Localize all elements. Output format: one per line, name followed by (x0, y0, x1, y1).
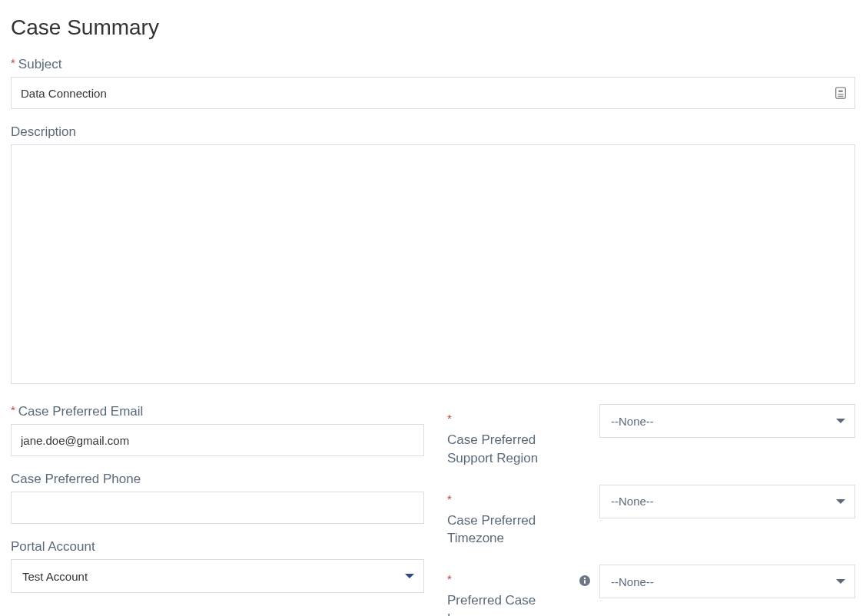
subject-input[interactable] (11, 77, 855, 109)
phone-label-text: Case Preferred Phone (11, 472, 141, 487)
subject-label-text: Subject (18, 57, 62, 72)
email-field: * Case Preferred Email (11, 404, 424, 456)
chevron-down-icon (836, 579, 845, 584)
language-select[interactable]: --None-- (599, 565, 855, 598)
language-label: * Preferred Case Language (447, 572, 570, 616)
chevron-down-icon (836, 499, 845, 504)
support-region-field: * Case Preferred Support Region --None-- (447, 404, 855, 468)
left-column: * Case Preferred Email Case Preferred Ph… (11, 404, 424, 616)
info-slot-empty (578, 494, 592, 508)
support-region-select-wrapper: --None-- (599, 404, 855, 438)
info-slot-empty (578, 413, 592, 427)
portal-account-label-text: Portal Account (11, 539, 95, 555)
lower-fields-grid: * Case Preferred Email Case Preferred Ph… (11, 404, 855, 616)
phone-field: Case Preferred Phone (11, 472, 424, 524)
support-region-label: * Case Preferred Support Region (447, 412, 570, 468)
timezone-select[interactable]: --None-- (599, 485, 855, 518)
support-region-select[interactable]: --None-- (599, 404, 855, 438)
language-field: * Preferred Case Language --None-- (447, 565, 855, 616)
timezone-select-wrapper: --None-- (599, 485, 855, 518)
description-textarea[interactable] (11, 144, 855, 384)
required-asterisk: * (447, 410, 452, 426)
required-asterisk: * (11, 56, 15, 69)
description-label-text: Description (11, 124, 76, 140)
timezone-label: * Case Preferred Timezone (447, 492, 570, 548)
svg-point-5 (584, 578, 586, 579)
page-title: Case Summary (11, 15, 855, 40)
language-select-wrapper: --None-- (599, 565, 855, 598)
timezone-field: * Case Preferred Timezone --None-- (447, 485, 855, 548)
portal-account-select[interactable]: Test Account (11, 559, 424, 593)
subject-label: * Subject (11, 57, 855, 72)
portal-account-select-wrapper: Test Account (11, 559, 424, 593)
email-label: * Case Preferred Email (11, 404, 424, 419)
required-asterisk: * (447, 571, 452, 587)
portal-account-selected-value: Test Account (22, 570, 88, 583)
phone-input[interactable] (11, 492, 424, 524)
subject-input-wrapper (11, 77, 855, 109)
svg-rect-1 (838, 90, 842, 92)
subject-field: * Subject (11, 57, 855, 109)
description-label: Description (11, 124, 855, 140)
email-label-text: Case Preferred Email (18, 404, 144, 419)
support-region-selected-value: --None-- (611, 415, 654, 428)
support-region-label-text: Case Preferred Support Region (447, 431, 570, 468)
svg-rect-6 (584, 580, 586, 584)
required-asterisk: * (11, 403, 15, 416)
phone-label: Case Preferred Phone (11, 472, 424, 487)
portal-account-field: Portal Account Test Account (11, 539, 424, 593)
subject-lookup-icon[interactable] (834, 86, 848, 100)
chevron-down-icon (405, 574, 414, 578)
timezone-label-text: Case Preferred Timezone (447, 512, 570, 548)
right-column: * Case Preferred Support Region --None--… (447, 404, 855, 616)
portal-account-label: Portal Account (11, 539, 424, 555)
language-info-icon[interactable] (578, 574, 592, 588)
timezone-selected-value: --None-- (611, 495, 654, 508)
required-asterisk: * (447, 491, 452, 507)
email-input[interactable] (11, 424, 424, 456)
description-field: Description (11, 124, 855, 387)
chevron-down-icon (836, 419, 845, 423)
language-label-text: Preferred Case Language (447, 591, 570, 616)
language-selected-value: --None-- (611, 575, 654, 588)
